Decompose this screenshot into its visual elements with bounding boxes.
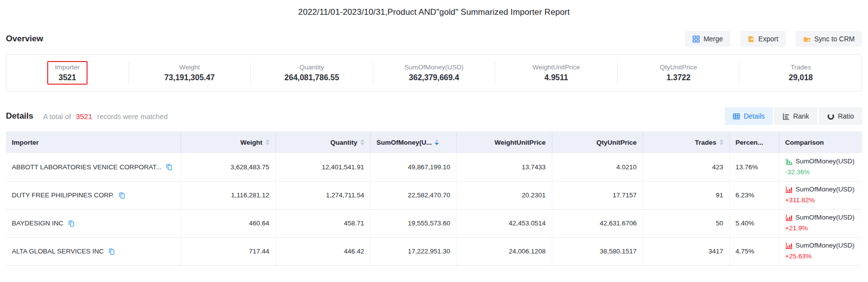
percent-cell: 4.75% — [729, 237, 779, 265]
trend-up-chart-icon — [785, 186, 793, 193]
comparison-cell: SumOfMoney(USD) +25.63% — [779, 237, 862, 265]
comparison-metric-label: SumOfMoney(USD) — [796, 158, 855, 165]
importer-name-link[interactable]: ALTA GLOBAL SERVICES INC — [12, 248, 104, 255]
sum-of-money-cell: 22,582,470.70 — [370, 181, 456, 209]
sort-carets-icon[interactable] — [360, 139, 364, 145]
qty-unit-price-cell: 42,631.6706 — [552, 209, 643, 237]
column-header-sum-of-money[interactable]: SumOfMoney(U... — [370, 131, 456, 153]
trend-up-chart-icon — [785, 242, 793, 250]
comparison-change-value: +311.82% — [785, 197, 857, 204]
column-header-comparison: Comparison — [779, 131, 862, 153]
weight-cell: 460.64 — [180, 209, 275, 237]
percent-cell: 13.76% — [729, 153, 779, 181]
stat-importer: Importer 3521 — [6, 62, 129, 84]
quantity-cell: 12,401,541.91 — [275, 153, 370, 181]
weight-cell: 717.44 — [180, 237, 275, 265]
trades-cell: 91 — [643, 181, 729, 209]
sort-carets-icon[interactable] — [719, 139, 723, 145]
comparison-cell: SumOfMoney(USD) +311.82% — [779, 181, 862, 209]
overview-heading: Overview — [6, 34, 43, 44]
comparison-cell: SumOfMoney(USD) +21.9% — [779, 209, 862, 237]
weight-unit-price-cell: 20.2301 — [456, 181, 552, 209]
quantity-cell: 458.71 — [275, 209, 370, 237]
ratio-pie-icon — [827, 113, 835, 120]
importer-name-link[interactable]: BAYDESIGN INC — [12, 219, 63, 227]
view-tabs: Details Rank Ratio — [725, 107, 862, 125]
matched-count: 3521 — [76, 112, 92, 121]
table-row: DUTY FREE PHILIPPINES CORP. 1,116,281.12… — [6, 181, 862, 209]
importer-name-link[interactable]: DUTY FREE PHILIPPINES CORP. — [12, 191, 114, 199]
table-row-partial — [6, 265, 862, 268]
rank-chart-icon — [782, 113, 790, 120]
stat-weight-unit-price: WeightUnitPrice 4.9511 — [495, 62, 618, 84]
sum-of-money-cell: 49,867,199.10 — [370, 153, 456, 181]
merge-button-label: Merge — [703, 35, 723, 43]
stat-weight: Weight 73,191,305.47 — [129, 62, 251, 84]
comparison-cell: SumOfMoney(USD) -32.36% — [779, 153, 862, 181]
column-header-weight-unit-price: WeightUnitPrice — [456, 131, 552, 153]
qty-unit-price-cell: 38,580.1517 — [552, 237, 643, 265]
quantity-cell: 446.42 — [275, 237, 370, 265]
column-header-percent: Percen... — [729, 131, 779, 153]
comparison-metric-label: SumOfMoney(USD) — [796, 186, 855, 193]
column-header-trades[interactable]: Trades — [643, 131, 729, 153]
weight-unit-price-cell: 42,453.0514 — [456, 209, 552, 237]
tab-details-label: Details — [744, 112, 765, 120]
sum-of-money-cell: 17,222,951.30 — [370, 237, 456, 265]
column-header-qty-unit-price: QtyUnitPrice — [552, 131, 643, 153]
trend-up-chart-icon — [785, 214, 793, 221]
qty-unit-price-cell: 4.0210 — [552, 153, 643, 181]
stat-quantity: Quantity 264,081,786.55 — [251, 62, 373, 84]
importer-stat-highlight-box: Importer 3521 — [47, 61, 88, 85]
export-button[interactable]: Export — [740, 31, 785, 47]
trades-cell: 423 — [643, 153, 729, 181]
records-matched-summary: A total of3521records were matched — [43, 112, 168, 121]
sync-folder-icon — [803, 35, 811, 43]
stat-qty-unit-price: QtyUnitPrice 1.3722 — [618, 62, 740, 84]
importer-name-link[interactable]: ABBOTT LABORATORIES VENICE CORPORAT... — [12, 163, 161, 171]
comparison-change-value: +25.63% — [785, 253, 857, 260]
overview-header: Overview Merge Export — [6, 31, 862, 47]
sort-carets-icon[interactable] — [266, 139, 269, 145]
copy-icon[interactable] — [166, 163, 173, 170]
copy-icon[interactable] — [119, 192, 125, 199]
tab-ratio[interactable]: Ratio — [819, 107, 862, 125]
weight-unit-price-cell: 24,006.1208 — [456, 237, 552, 265]
details-header: Details A total of3521records were match… — [6, 107, 862, 125]
quantity-cell: 1,274,711.54 — [275, 181, 370, 209]
comparison-metric-label: SumOfMoney(USD) — [796, 242, 855, 250]
table-row: BAYDESIGN INC 460.64 458.71 19,555,573.6… — [6, 209, 862, 237]
stat-trades: Trades 29,018 — [740, 62, 862, 84]
tab-ratio-label: Ratio — [838, 112, 854, 120]
sync-to-crm-button[interactable]: Sync to CRM — [796, 31, 862, 47]
percent-cell: 6.23% — [729, 181, 779, 209]
comparison-change-value: +21.9% — [785, 225, 857, 232]
sort-carets-icon[interactable] — [435, 139, 439, 145]
column-header-quantity[interactable]: Quantity — [275, 131, 370, 153]
stat-sum-of-money: SumOfMoney(USD) 362,379,669.4 — [373, 62, 496, 84]
percent-cell: 5.40% — [729, 209, 779, 237]
comparison-metric-label: SumOfMoney(USD) — [796, 214, 855, 221]
comparison-change-value: -32.36% — [785, 169, 857, 176]
copy-icon[interactable] — [68, 220, 75, 227]
overview-stats-bar: Importer 3521 Weight 73,191,305.47 Quant… — [6, 54, 862, 92]
merge-button[interactable]: Merge — [685, 31, 730, 47]
merge-icon — [692, 35, 700, 43]
table-header-row: Importer Weight Quantity SumOfMoney(U...… — [6, 131, 862, 153]
table-grid-icon — [733, 113, 740, 120]
sync-to-crm-button-label: Sync to CRM — [814, 35, 855, 43]
column-header-weight[interactable]: Weight — [180, 131, 275, 153]
page-title: 2022/11/01-2023/10/31,Product AND"gold" … — [0, 0, 868, 17]
tab-details[interactable]: Details — [725, 107, 773, 125]
trend-down-chart-icon — [785, 158, 793, 165]
trades-cell: 50 — [643, 209, 729, 237]
copy-icon[interactable] — [108, 248, 115, 255]
importer-details-table: Importer Weight Quantity SumOfMoney(U...… — [6, 131, 862, 268]
tab-rank[interactable]: Rank — [774, 107, 817, 125]
table-row: ALTA GLOBAL SERVICES INC 717.44 446.42 1… — [6, 237, 862, 265]
weight-cell: 3,628,483.75 — [180, 153, 275, 181]
weight-unit-price-cell: 13.7433 — [456, 153, 552, 181]
table-row: ABBOTT LABORATORIES VENICE CORPORAT... 3… — [6, 153, 862, 181]
importer-report-page: 2022/11/01-2023/10/31,Product AND"gold" … — [0, 0, 868, 282]
qty-unit-price-cell: 17.7157 — [552, 181, 643, 209]
